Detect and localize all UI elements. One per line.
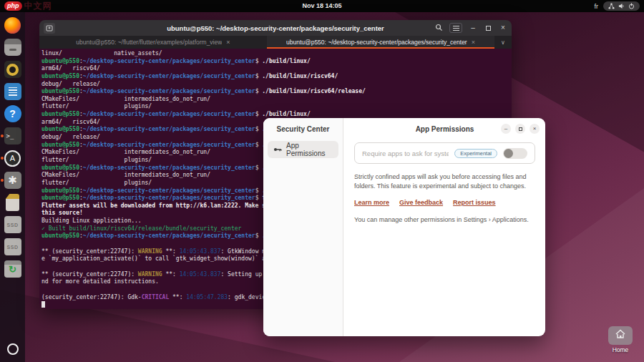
help-icon: ? — [4, 105, 21, 122]
watermark-logo: php 中文网 — [4, 0, 52, 12]
terminal-tab-bar: ubuntu@p550: ~/flutter/flutter/examples/… — [39, 36, 512, 49]
dock-item-show-apps[interactable] — [0, 341, 25, 358]
settings-note: You can manage other permissions in Sett… — [354, 216, 535, 223]
terminal-cursor — [42, 301, 45, 308]
app-store-icon: A — [4, 150, 21, 167]
window-minimize-button[interactable]: – — [501, 124, 511, 134]
volume-icon — [618, 3, 625, 9]
dock-item-ssd-1[interactable]: SSD — [0, 216, 25, 233]
terminal-maximize-button[interactable] — [484, 26, 492, 31]
ssd-2-icon: SSD — [4, 238, 21, 255]
libreoffice-writer-icon — [4, 83, 21, 100]
settings-icon: ✱ — [4, 172, 21, 189]
window-close-button[interactable]: × — [530, 124, 540, 134]
dock-item-trash[interactable]: ↻ — [0, 260, 25, 278]
dock: ?>_A✱SSDSSD↻ — [0, 12, 25, 362]
terminal-line: flutter/ plugins/ — [42, 103, 512, 111]
dock-item-ssd-2[interactable]: SSD — [0, 238, 25, 255]
home-folder-label: Home — [613, 346, 629, 353]
terminal-tab-security-center[interactable]: ubuntu@p550: ~/desktop-security-center/p… — [267, 36, 494, 49]
dock-item-app-store[interactable]: A — [0, 150, 25, 167]
trash-icon: ↻ — [4, 260, 21, 278]
toggle-knob — [504, 149, 513, 158]
tab-list-chevron-down-icon[interactable]: ∨ — [494, 36, 512, 49]
key-icon — [273, 143, 282, 156]
report-issues-link[interactable]: Report issues — [453, 199, 496, 206]
terminal-close-button[interactable]: × — [499, 24, 507, 31]
show-apps-icon — [7, 343, 19, 355]
hamburger-menu-button[interactable] — [449, 23, 462, 33]
system-tray[interactable] — [603, 1, 640, 11]
terminal-window-title: ubuntu@p550: ~/desktop-security-center/p… — [167, 24, 384, 32]
keyboard-layout-indicator[interactable]: fr — [595, 3, 599, 10]
dock-item-sd-card[interactable] — [0, 194, 25, 211]
running-indicator-dot — [1, 157, 4, 160]
terminal-line: ubuntu@p550:~/desktop-security-center/pa… — [42, 58, 512, 66]
page-title: App Permissions — [416, 125, 474, 133]
sd-card-icon — [6, 194, 19, 211]
rhythmbox-icon — [4, 61, 21, 78]
maximize-icon — [486, 26, 491, 31]
terminal-icon: >_ — [4, 127, 21, 145]
terminal-tab-platform-view[interactable]: ubuntu@p550: ~/flutter/flutter/examples/… — [39, 36, 267, 49]
security-center-header-bar[interactable]: App Permissions – × — [344, 118, 545, 140]
sidebar-item-app-permissions[interactable]: App Permissions — [268, 141, 338, 158]
terminal-line: arm64/ riscv64/ — [42, 65, 512, 73]
house-icon — [615, 329, 626, 342]
terminal-line: ubuntu@p550:~/desktop-security-center/pa… — [42, 73, 512, 81]
terminal-line: debug/ release/ — [42, 81, 512, 89]
feature-description: Strictly confined apps will ask you befo… — [354, 172, 535, 190]
new-tab-button[interactable] — [44, 23, 55, 34]
tab-close-icon[interactable]: × — [472, 39, 475, 46]
security-center-main: App Permissions – × Require apps to ask … — [344, 118, 545, 336]
require-permissions-row: Require apps to ask for system permissio… — [354, 142, 535, 164]
sidebar-item-label: App Permissions — [286, 142, 333, 157]
php-logo: php — [4, 1, 22, 11]
dock-item-terminal[interactable]: >_ — [0, 127, 25, 145]
terminal-line: CMakeFiles/ intermediates_do_not_run/ — [42, 96, 512, 104]
dock-item-firefox[interactable] — [0, 16, 25, 34]
running-indicator-dot — [1, 179, 4, 182]
clock[interactable]: Nov 18 14:05 — [302, 0, 341, 12]
running-indicator-dot — [1, 134, 4, 137]
home-folder-tile — [608, 326, 633, 345]
dock-item-rhythmbox[interactable] — [0, 61, 25, 78]
top-bar: php 中文网 Nov 18 14:05 fr — [0, 0, 644, 12]
power-icon — [628, 3, 635, 9]
learn-more-link[interactable]: Learn more — [354, 199, 389, 206]
give-feedback-link[interactable]: Give feedback — [399, 199, 443, 206]
terminal-line: ubuntu@p550:~/desktop-security-center/pa… — [42, 88, 512, 96]
security-center-window: Security Center App Permissions App Perm… — [263, 118, 545, 336]
search-icon[interactable] — [435, 21, 443, 34]
window-maximize-button[interactable] — [515, 124, 525, 134]
dock-item-files[interactable] — [0, 39, 25, 56]
ssd-1-icon: SSD — [4, 216, 21, 233]
require-permissions-label: Require apps to ask for system permissio… — [362, 150, 449, 157]
hamburger-icon — [453, 26, 459, 31]
terminal-line: linux/ native_assets/ — [42, 50, 512, 58]
terminal-header-bar[interactable]: ubuntu@p550: ~/desktop-security-center/p… — [39, 20, 512, 36]
watermark-text: 中文网 — [24, 0, 52, 12]
tab-close-icon[interactable]: × — [226, 39, 230, 46]
maximize-icon — [519, 127, 522, 131]
firefox-icon — [4, 17, 21, 34]
files-icon — [4, 39, 21, 56]
network-icon — [608, 3, 615, 9]
home-folder-shortcut[interactable]: Home — [605, 326, 635, 353]
terminal-minimize-button[interactable]: – — [469, 24, 477, 31]
dock-item-help[interactable]: ? — [0, 105, 25, 122]
experimental-badge: Experimental — [454, 149, 497, 158]
sidebar-app-title: Security Center — [263, 118, 343, 140]
dock-item-libreoffice-writer[interactable] — [0, 83, 25, 100]
dock-item-settings[interactable]: ✱ — [0, 172, 25, 189]
security-center-sidebar: Security Center App Permissions — [263, 118, 343, 336]
require-permissions-toggle[interactable] — [503, 148, 527, 159]
